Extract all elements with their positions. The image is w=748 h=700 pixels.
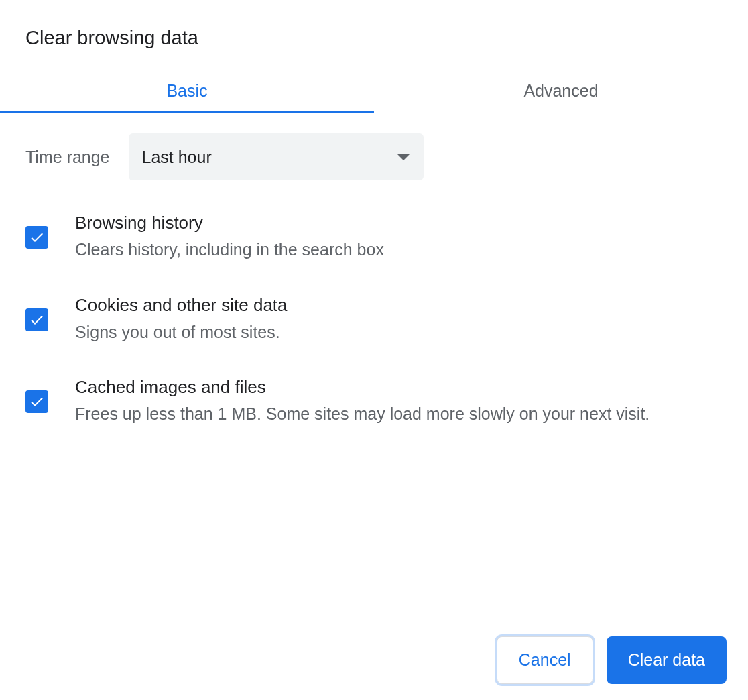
checkbox-browsing-history[interactable] bbox=[25, 226, 48, 249]
tab-advanced[interactable]: Advanced bbox=[374, 69, 748, 113]
footer-buttons: Cancel Clear data bbox=[497, 636, 727, 684]
option-browsing-history: Browsing history Clears history, includi… bbox=[25, 213, 723, 263]
option-text: Cached images and files Frees up less th… bbox=[75, 377, 723, 427]
time-range-select[interactable]: Last hour bbox=[129, 133, 424, 180]
option-description: Clears history, including in the search … bbox=[75, 237, 723, 263]
option-text: Cookies and other site data Signs you ou… bbox=[75, 295, 723, 345]
time-range-label: Time range bbox=[25, 148, 110, 167]
checkbox-cache[interactable] bbox=[25, 390, 48, 413]
option-text: Browsing history Clears history, includi… bbox=[75, 213, 723, 263]
checkbox-cookies[interactable] bbox=[25, 308, 48, 331]
option-cookies: Cookies and other site data Signs you ou… bbox=[25, 295, 723, 345]
content-area: Time range Last hour Browsing history Cl… bbox=[0, 113, 748, 479]
tabs-container: Basic Advanced bbox=[0, 69, 748, 113]
option-description: Signs you out of most sites. bbox=[75, 320, 723, 345]
check-icon bbox=[29, 229, 45, 245]
dialog-title: Clear browsing data bbox=[0, 0, 748, 69]
option-title: Cookies and other site data bbox=[75, 295, 723, 316]
tab-basic[interactable]: Basic bbox=[0, 69, 374, 113]
option-title: Browsing history bbox=[75, 213, 723, 233]
clear-data-button[interactable]: Clear data bbox=[607, 636, 727, 684]
check-icon bbox=[29, 394, 45, 410]
option-description: Frees up less than 1 MB. Some sites may … bbox=[75, 402, 723, 427]
option-title: Cached images and files bbox=[75, 377, 723, 398]
option-cache: Cached images and files Frees up less th… bbox=[25, 377, 723, 427]
time-range-row: Time range Last hour bbox=[25, 133, 723, 180]
time-range-value: Last hour bbox=[142, 148, 397, 167]
dropdown-arrow-icon bbox=[397, 154, 410, 160]
check-icon bbox=[29, 312, 45, 328]
cancel-button[interactable]: Cancel bbox=[497, 636, 593, 684]
